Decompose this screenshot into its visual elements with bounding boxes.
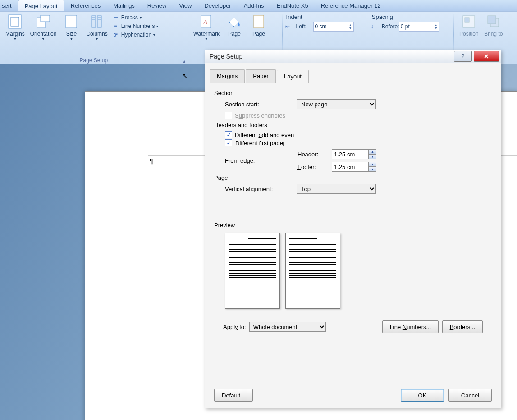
indent-title: Indent — [285, 13, 365, 22]
dialog-titlebar[interactable]: Page Setup ? ✕ — [205, 50, 501, 63]
indent-left-input[interactable]: 0 cm▲▼ — [313, 22, 354, 32]
line-numbers-button[interactable]: Line Numbers... — [382, 320, 439, 333]
tab-insert[interactable]: sert — [0, 0, 18, 11]
tab-endnote[interactable]: EndNote X5 — [270, 0, 315, 11]
valign-select[interactable]: Top — [297, 184, 376, 194]
section-start-label: Section start: — [225, 101, 297, 108]
size-button[interactable]: Size ▼ — [59, 13, 83, 57]
size-icon — [64, 14, 79, 29]
tab-addins[interactable]: Add-Ins — [238, 0, 270, 11]
pilcrow-mark: ¶ — [150, 157, 153, 165]
line-numbers-item[interactable]: ≡Line Numbers▾ — [112, 23, 159, 30]
group-page-setup: Margins ▼ Orientation ▼ Size ▼ Columns ▼… — [0, 12, 188, 65]
indent-left-value: 0 cm — [315, 23, 327, 30]
odd-even-checkbox[interactable]: ✓ Different odd and even — [225, 131, 492, 138]
margins-button[interactable]: Margins ▼ — [3, 13, 27, 57]
close-button[interactable]: ✕ — [474, 51, 499, 62]
mouse-cursor-icon: ↖ — [182, 71, 188, 81]
chevron-down-icon: ▾ — [140, 16, 142, 20]
section-heading: Section — [214, 90, 233, 96]
dialog-tabs: Margins Paper Layout — [210, 69, 496, 83]
svg-rect-3 — [41, 15, 50, 22]
dialog-title: Page Setup — [210, 53, 242, 60]
tab-mailings[interactable]: Mailings — [107, 0, 141, 11]
spin-down-icon[interactable]: ▼ — [369, 167, 376, 172]
indent-left-icon: ⇤ — [285, 23, 294, 30]
tabs-row: sert Page Layout References Mailings Rev… — [0, 0, 517, 12]
spin-down-icon[interactable]: ▼ — [435, 27, 438, 30]
help-button[interactable]: ? — [454, 51, 472, 62]
first-page-label: Different first page — [235, 140, 284, 146]
tab-layout[interactable]: Layout — [277, 70, 309, 83]
line-numbers-label: Line Numbers — [121, 23, 155, 29]
page-setup-group-label: Page Setup — [3, 57, 185, 65]
page-setup-minilist: ═Breaks▾ ≡Line Numbers▾ bªHyphenation▾ — [110, 13, 160, 57]
apply-to-select[interactable]: Whole document — [249, 322, 326, 332]
tab-review[interactable]: Review — [141, 0, 173, 11]
margins-icon — [7, 14, 23, 29]
preview-page-even — [285, 233, 340, 309]
divider — [231, 178, 492, 178]
valign-label: Vertical alignment: — [225, 186, 297, 192]
spacing-before-input[interactable]: 0 pt▲▼ — [399, 22, 439, 32]
dialog-body: Section Section start: New page Suppress… — [205, 83, 501, 337]
page-color-label: Page — [228, 31, 241, 37]
ok-button[interactable]: OK — [401, 389, 444, 402]
cancel-button[interactable]: Cancel — [448, 389, 492, 402]
tab-developer[interactable]: Developer — [198, 0, 237, 11]
position-icon — [461, 14, 476, 29]
indent-left-label: Left: — [296, 23, 311, 30]
default-button[interactable]: Default... — [214, 389, 253, 402]
breaks-label: Breaks — [121, 14, 138, 21]
svg-text:A: A — [203, 18, 208, 26]
spin-down-icon[interactable]: ▼ — [349, 27, 352, 30]
spin-up-icon[interactable]: ▲ — [435, 23, 438, 27]
tab-page-layout[interactable]: Page Layout — [18, 0, 64, 11]
watermark-label: Watermark — [193, 31, 220, 37]
spin-up-icon[interactable]: ▲ — [369, 162, 376, 167]
preview-heading: Preview — [214, 222, 235, 228]
page-setup-launcher[interactable]: ◢ — [181, 59, 187, 64]
chevron-down-icon: ▾ — [156, 24, 158, 28]
tab-references[interactable]: References — [64, 0, 107, 11]
svg-rect-17 — [488, 16, 496, 24]
checkbox-icon: ✓ — [225, 131, 232, 138]
spacing-before-value: 0 pt — [401, 23, 410, 30]
spacing-title: Spacing — [371, 13, 451, 22]
svg-rect-13 — [254, 15, 264, 28]
spin-up-icon[interactable]: ▲ — [349, 23, 352, 27]
breaks-icon: ═ — [112, 14, 119, 21]
footer-distance-input[interactable]: ▲▼ — [332, 162, 381, 172]
divider — [271, 125, 492, 125]
spacing-before-icon: ↕ — [371, 23, 380, 30]
orientation-icon — [36, 14, 51, 29]
tab-margins[interactable]: Margins — [210, 69, 245, 83]
chevron-down-icon: ▼ — [69, 37, 73, 41]
tab-paper[interactable]: Paper — [246, 69, 276, 83]
margin-guide-vertical — [148, 91, 148, 420]
chevron-down-icon: ▼ — [41, 37, 45, 41]
breaks-item[interactable]: ═Breaks▾ — [112, 14, 159, 21]
columns-button[interactable]: Columns ▼ — [83, 13, 110, 57]
columns-icon — [89, 14, 105, 29]
tab-refmgr[interactable]: Reference Manager 12 — [315, 0, 387, 11]
spin-down-icon[interactable]: ▼ — [369, 154, 376, 159]
suppress-label: Suppress endnotes — [235, 112, 285, 119]
line-numbers-icon: ≡ — [112, 23, 119, 30]
header-distance-value[interactable] — [332, 149, 369, 159]
section-start-select[interactable]: New page — [297, 99, 376, 109]
columns-label: Columns — [86, 31, 107, 37]
borders-button[interactable]: Borders... — [442, 320, 483, 333]
tab-view[interactable]: View — [173, 0, 198, 11]
watermark-icon: A — [199, 14, 214, 29]
spin-up-icon[interactable]: ▲ — [369, 149, 376, 154]
orientation-button[interactable]: Orientation ▼ — [27, 13, 59, 57]
first-page-checkbox[interactable]: ✓ Different first page — [225, 139, 492, 146]
apply-to-label: Apply to: — [223, 324, 246, 330]
odd-even-label: Different odd and even — [235, 132, 294, 138]
page-borders-icon — [251, 14, 266, 29]
hyphenation-item[interactable]: bªHyphenation▾ — [112, 31, 159, 38]
footer-distance-value[interactable] — [332, 162, 369, 172]
header-distance-input[interactable]: ▲▼ — [332, 149, 381, 159]
paint-bucket-icon — [227, 14, 242, 29]
